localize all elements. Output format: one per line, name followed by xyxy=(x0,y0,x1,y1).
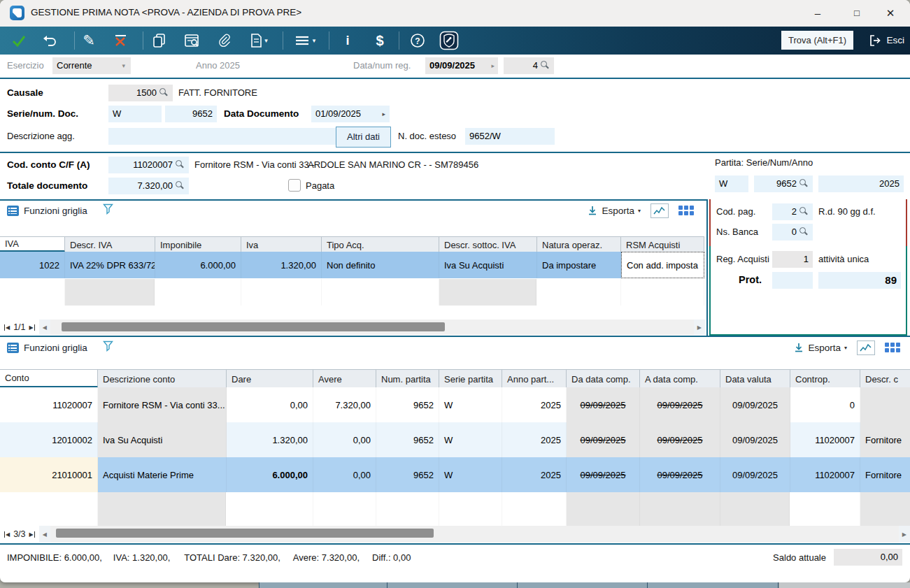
num-reg-field[interactable]: 4 xyxy=(504,57,554,74)
layout-grid-button[interactable] xyxy=(885,343,900,352)
iva-importo-col-header[interactable]: Iva xyxy=(241,237,322,252)
iva-col-header[interactable]: IVA xyxy=(0,237,65,252)
first-page-button[interactable]: ◀ xyxy=(4,324,10,331)
descr-iva-col-header[interactable]: Descr. IVA xyxy=(65,237,155,252)
scroll-right-button[interactable]: ▶ xyxy=(899,531,910,538)
serie-partita-cell[interactable]: W xyxy=(439,422,502,457)
conti-hscrollbar-track[interactable] xyxy=(50,526,899,543)
natura-operaz-col-header[interactable]: Natura operaz. xyxy=(537,237,621,252)
dare-cell[interactable]: 0,00 xyxy=(227,387,313,422)
altri-dati-button[interactable]: Altri dati xyxy=(336,127,391,148)
iva-hscrollbar-thumb[interactable] xyxy=(62,322,445,331)
num-partita-cell[interactable]: 9652 xyxy=(376,387,439,422)
avere-col-header[interactable]: Avere xyxy=(313,370,376,388)
descrizione-agg-field[interactable] xyxy=(108,128,336,145)
anno-partita-col-header[interactable]: Anno part... xyxy=(502,370,567,388)
controp-cell[interactable]: 11020007 xyxy=(790,457,860,492)
causale-code-field[interactable]: 1500 xyxy=(108,85,173,101)
pagata-checkbox[interactable] xyxy=(288,179,301,192)
esercizio-select[interactable]: Corrente ▾ xyxy=(52,57,131,74)
avere-cell[interactable]: 7.320,00 xyxy=(313,387,376,422)
dare-cell[interactable]: 6.000,00 xyxy=(227,457,313,492)
prot-serie-field[interactable] xyxy=(772,272,813,289)
minimize-button[interactable]: – xyxy=(804,4,832,22)
conto-cell-focused[interactable]: 21010001 xyxy=(0,457,98,492)
last-page-button[interactable]: ▶ xyxy=(29,324,35,331)
maximize-button[interactable]: □ xyxy=(843,4,871,22)
magnifier-icon[interactable] xyxy=(541,61,550,70)
descr-controp-col-header[interactable]: Descr. c xyxy=(860,370,910,388)
avere-cell[interactable]: 0,00 xyxy=(313,457,376,492)
cod-pag-field[interactable]: 2 xyxy=(772,203,813,220)
chart-button[interactable] xyxy=(857,340,875,355)
magnifier-icon[interactable] xyxy=(799,179,809,188)
conti-grid-row-selected[interactable]: 21010001 Acquisti Materie Prime 6.000,00… xyxy=(0,457,910,492)
totale-documento-field[interactable]: 7.320,00 xyxy=(108,178,189,194)
dare-col-header[interactable]: Dare xyxy=(227,370,313,388)
find-shortcut-badge[interactable]: Trova (Alt+F1) xyxy=(781,31,853,50)
cod-conto-field[interactable]: 11020007 xyxy=(108,157,189,173)
undo-button[interactable] xyxy=(36,27,63,55)
ns-banca-field[interactable]: 0 xyxy=(772,224,813,241)
registry-search-button[interactable] xyxy=(178,27,207,55)
list-menu-button[interactable]: ▾ xyxy=(287,27,323,55)
rsm-acquisti-cell-focused[interactable]: Con add. imposta xyxy=(621,252,704,278)
a-data-col-header[interactable]: A data comp. xyxy=(640,370,720,388)
num-partita-col-header[interactable]: Num. partita xyxy=(376,370,439,388)
serie-partita-cell[interactable]: W xyxy=(439,457,502,492)
data-documento-field[interactable]: 01/09/2025 ▸ xyxy=(311,106,390,122)
descr-iva-cell[interactable]: IVA 22% DPR 633/72 xyxy=(65,252,155,278)
magnifier-icon[interactable] xyxy=(176,160,185,169)
iva-hscrollbar-track[interactable] xyxy=(50,320,694,335)
conti-grid-row[interactable]: 12010002 Iva Su Acquisti 1.320,00 0,00 9… xyxy=(0,422,910,458)
edit-button[interactable]: ✎ xyxy=(76,27,102,55)
last-page-button[interactable]: ▶ xyxy=(29,531,35,538)
conto-cell[interactable]: 12010002 xyxy=(0,422,98,457)
chart-button[interactable] xyxy=(650,203,669,218)
anno-partita-cell[interactable]: 2025 xyxy=(502,457,567,492)
tipo-acq-col-header[interactable]: Tipo Acq. xyxy=(322,237,439,252)
iva-importo-cell[interactable]: 1.320,00 xyxy=(241,252,322,278)
num-partita-cell[interactable]: 9652 xyxy=(376,457,439,492)
funzioni-griglia-button[interactable]: Funzioni griglia xyxy=(7,206,87,216)
help-button[interactable]: ? xyxy=(404,27,431,55)
descr-sottoc-cell[interactable]: Iva Su Acquisti xyxy=(439,252,537,278)
iva-grid-row-empty[interactable] xyxy=(0,279,704,306)
data-valuta-col-header[interactable]: Data valuta xyxy=(720,370,790,388)
confirm-button[interactable] xyxy=(6,27,32,55)
partita-num-field[interactable]: 9652 xyxy=(754,175,813,192)
attachments-button[interactable] xyxy=(211,27,238,55)
delete-button[interactable] xyxy=(106,27,134,55)
exit-button[interactable]: Esci xyxy=(868,31,904,50)
prot-num-field[interactable]: 89 xyxy=(818,272,901,289)
reg-acquisti-field[interactable]: 1 xyxy=(772,251,813,268)
conti-hscrollbar-thumb[interactable] xyxy=(56,529,434,538)
anno-partita-cell[interactable]: 2025 xyxy=(502,422,567,457)
iva-cell[interactable]: 1022 xyxy=(0,252,65,278)
controp-cell[interactable]: 11020007 xyxy=(790,422,860,457)
esporta-button[interactable]: Esporta ▾ xyxy=(793,342,847,353)
conto-cell[interactable]: 11020007 xyxy=(0,387,98,422)
magnifier-icon[interactable] xyxy=(159,88,169,97)
tipo-acq-cell[interactable]: Non definito xyxy=(322,252,439,278)
magnifier-icon[interactable] xyxy=(799,227,809,236)
filter-button[interactable] xyxy=(103,203,113,217)
iva-grid-row-selected[interactable]: 1022 IVA 22% DPR 633/72 6.000,00 1.320,0… xyxy=(0,252,704,278)
scroll-right-button[interactable]: ▶ xyxy=(694,324,705,331)
dare-cell[interactable]: 1.320,00 xyxy=(227,422,313,457)
funzioni-griglia-button[interactable]: Funzioni griglia xyxy=(7,343,87,353)
imponibile-cell[interactable]: 6.000,00 xyxy=(155,252,241,278)
imponibile-col-header[interactable]: Imponibile xyxy=(155,237,241,252)
num-doc-field[interactable]: 9652 xyxy=(165,106,217,122)
descr-sottoc-col-header[interactable]: Descr. sottoc. IVA xyxy=(439,237,537,252)
da-data-col-header[interactable]: Da data comp. xyxy=(567,370,640,388)
currency-button[interactable]: $ xyxy=(367,27,393,55)
descrizione-col-header[interactable]: Descrizione conto xyxy=(98,370,227,388)
magnifier-icon[interactable] xyxy=(176,181,185,190)
close-button[interactable]: ✕ xyxy=(876,4,904,22)
rsm-acquisti-col-header[interactable]: RSM Acquisti xyxy=(621,237,704,252)
conto-col-header[interactable]: Conto xyxy=(0,370,98,388)
data-reg-field[interactable]: 09/09/2025 ▸ xyxy=(425,57,498,74)
layout-grid-button[interactable] xyxy=(678,206,694,215)
partita-serie-field[interactable]: W xyxy=(715,175,748,192)
